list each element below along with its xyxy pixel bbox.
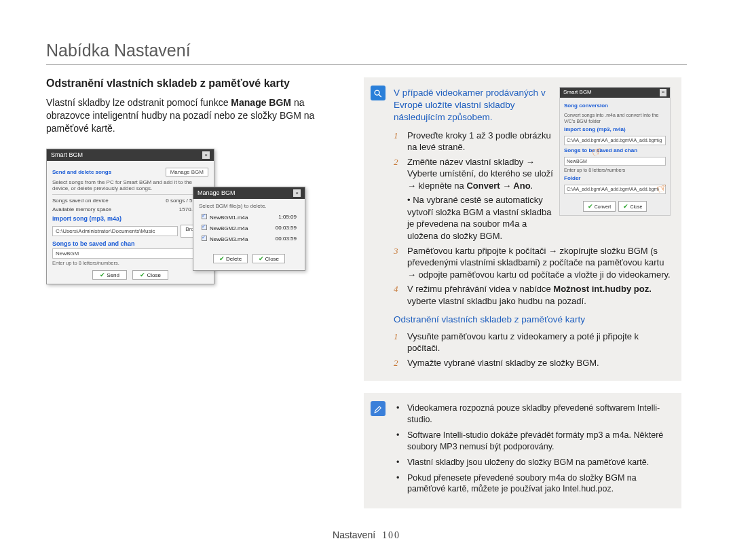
page-title: Nabídka Nastavení <box>46 41 687 60</box>
inset-path-input[interactable]: C:\AA_add.bgm\AA_add.bgm\AA_add.bgm\g <box>564 136 666 145</box>
inset-folder-input[interactable]: C:\AA_add.bgm\AA_add.bgm\AA_add.bgm\ <box>564 185 666 193</box>
checkbox-icon[interactable] <box>202 236 207 241</box>
sub-title: Odstranění vlastních skladeb z paměťové … <box>394 314 671 326</box>
step-text: Paměťovou kartu připojte k počítači → zk… <box>407 245 671 281</box>
convert-button[interactable]: ✔Convert <box>583 201 616 212</box>
inset-sec3: Songs to be saved and chan <box>564 147 666 155</box>
dlg1-row1-label: Songs saved on device <box>52 198 109 204</box>
dlg1-sec1: Send and delete songs <box>52 169 111 175</box>
step-text: Vysuňte paměťovou kartu z videokamery a … <box>407 331 671 354</box>
page-number: 100 <box>382 530 400 540</box>
dlg1-hint: Enter up to 8 letters/numbers. <box>52 260 208 266</box>
dlg1-path-input[interactable]: C:\Users\Administrator\Documents\Music <box>52 226 178 236</box>
step-text: Změňte název vlastní skladby → Vyberte u… <box>407 156 554 192</box>
manage-bgm-dialog: Manage BGM × Select BGM file(s) to delet… <box>193 187 305 271</box>
dlg2-title: Manage BGM <box>198 189 236 196</box>
dlg1-sec3: Songs to be saved and chan <box>52 240 208 247</box>
close-icon[interactable]: × <box>293 189 301 197</box>
svg-line-1 <box>379 95 381 98</box>
inset-sec1: Song conversion <box>564 102 666 110</box>
inset-title: Smart BGM <box>563 89 592 96</box>
close-button[interactable]: ✔Close <box>252 254 285 263</box>
inset-line1: Convert songs into .m4a and convert into… <box>564 112 666 125</box>
inset-hint: Enter up to 8 letters/numbers <box>564 167 666 173</box>
pen-icon <box>371 401 386 416</box>
close-icon[interactable]: × <box>660 89 666 96</box>
manage-bgm-button[interactable]: Manage BGM <box>166 168 208 176</box>
step-number: 3 <box>394 245 407 281</box>
dlg1-name-input[interactable]: NewBGM <box>52 248 208 259</box>
dlg1-row2-label: Available memory space <box>52 206 111 212</box>
right-inset-screenshot: Smart BGM × Song conversion Convert song… <box>559 87 671 216</box>
note-text: Videokamera rozpozná pouze skladby převe… <box>407 403 671 426</box>
svg-point-0 <box>375 90 379 95</box>
bullet-icon: • <box>394 403 407 426</box>
step-text: Proveďte kroky 1 až 3 podle obrázku na l… <box>407 130 554 153</box>
dlg1-sec2: Import song (mp3, m4a) <box>52 215 208 222</box>
list-item[interactable]: NewBGM3.m4a 00:03:59 <box>199 234 299 244</box>
title-divider <box>46 64 687 65</box>
bullet-icon: • <box>394 430 407 453</box>
left-body: Vlastní skladby lze odstranit pomocí fun… <box>46 96 345 135</box>
step-number: 1 <box>394 130 407 153</box>
left-heading: Odstranění vlastních skladeb z paměťové … <box>46 77 345 90</box>
dlg1-desc: Select songs from the PC for Smart BGM a… <box>52 179 208 191</box>
dlg2-desc: Select BGM file(s) to delete. <box>199 203 299 209</box>
step-number: 4 <box>394 283 407 307</box>
step-text: V režimu přehrávání videa v nabídce Možn… <box>407 283 671 307</box>
list-item[interactable]: NewBGM1.m4a 1:05:09 <box>199 212 299 223</box>
checkbox-icon[interactable] <box>202 214 207 219</box>
bullet-icon: • <box>394 457 407 468</box>
bullet-icon: • <box>394 472 407 496</box>
info-box-europe: Smart BGM × Song conversion Convert song… <box>364 77 681 381</box>
inset-sec4: Folder <box>564 175 666 183</box>
list-item[interactable]: NewBGM2.m4a 00:03:59 <box>199 223 299 234</box>
left-body-bold: Manage BGM <box>231 97 291 108</box>
magnifier-icon <box>371 86 386 100</box>
send-button[interactable]: ✔Send <box>92 270 127 280</box>
footer-label: Nastavení <box>333 529 375 540</box>
left-body-prefix: Vlastní skladby lze odstranit pomocí fun… <box>46 97 231 108</box>
dlg1-title: Smart BGM <box>51 151 83 158</box>
note-text: Software Intelli-studio dokáže převádět … <box>407 430 671 453</box>
delete-button[interactable]: ✔Delete <box>213 254 248 263</box>
step-number: 2 <box>394 156 407 192</box>
step-bullet: • Na vybrané cestě se automaticky vytvoř… <box>407 194 554 242</box>
step-number: 1 <box>394 331 407 354</box>
page-footer: Nastavení 100 <box>0 529 733 541</box>
step-number: 2 <box>394 357 407 369</box>
note-text: Pokud přenesete převedené soubory m4a do… <box>407 472 671 496</box>
close-button[interactable]: ✔Close <box>132 270 168 280</box>
close-button[interactable]: ✔Close <box>618 201 647 212</box>
notes-box: •Videokamera rozpozná pouze skladby přev… <box>364 393 681 508</box>
smart-bgm-dialog: Smart BGM × Send and delete songs Manage… <box>46 149 214 284</box>
left-screenshot: Smart BGM × Send and delete songs Manage… <box>46 149 312 339</box>
close-icon[interactable]: × <box>202 151 210 159</box>
inset-sec2: Import song (mp3, m4a) <box>564 126 666 134</box>
inset-name-input[interactable]: NewBGM <box>564 157 666 166</box>
step-text: Vymažte vybrané vlastní skladby ze složk… <box>407 357 671 369</box>
checkbox-icon[interactable] <box>202 225 207 230</box>
note-text: Vlastní skladby jsou uloženy do složky B… <box>407 457 649 468</box>
